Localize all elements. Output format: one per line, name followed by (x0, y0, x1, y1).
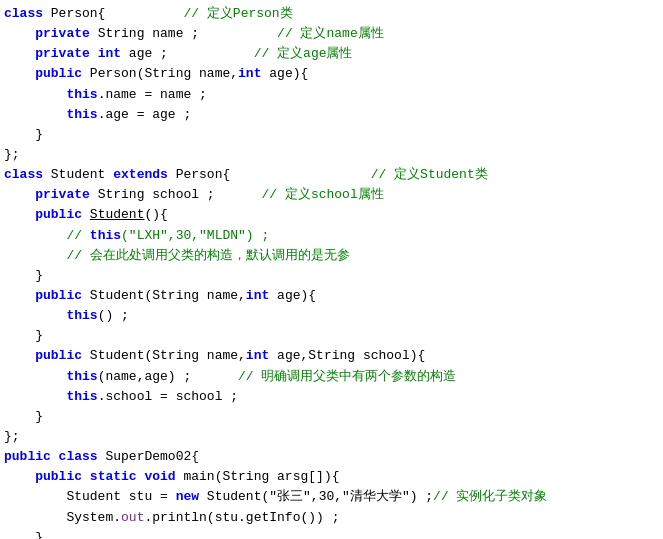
token: // 明确调用父类中有两个参数的构造 (191, 369, 456, 384)
token: private (35, 46, 97, 61)
token: static (90, 469, 145, 484)
line-content: public Person(String name,int age){ (0, 64, 308, 84)
line-content: this(name,age) ; // 明确调用父类中有两个参数的构造 (0, 367, 456, 387)
token: age ; (129, 46, 168, 61)
line-content: } (0, 125, 43, 145)
line-content: }; (0, 427, 20, 447)
token: Person{ (51, 6, 106, 21)
code-line: public Student(String name,int age,Strin… (0, 346, 663, 366)
code-line: this() ; (0, 306, 663, 326)
code-line: private String name ; // 定义name属性 (0, 24, 663, 44)
code-line: } (0, 326, 663, 346)
line-content: } (0, 326, 43, 346)
token: public (35, 207, 90, 222)
token: }; (4, 147, 20, 162)
code-line: public Student(){ (0, 205, 663, 225)
line-content: this() ; (0, 306, 129, 326)
token: this (66, 369, 97, 384)
line-content: private int age ; // 定义age属性 (0, 44, 353, 64)
token: String school ; (98, 187, 215, 202)
code-line: Student stu = new Student("张三",30,"清华大学"… (0, 487, 663, 507)
line-content: class Student extends Person{ // 定义Stude… (0, 165, 488, 185)
token: } (4, 127, 43, 142)
token: class (59, 449, 106, 464)
token: void (144, 469, 183, 484)
code-line: this(name,age) ; // 明确调用父类中有两个参数的构造 (0, 367, 663, 387)
code-line: } (0, 266, 663, 286)
token: new (176, 489, 207, 504)
token: public (35, 66, 90, 81)
line-content: class Person{ // 定义Person类 (0, 4, 293, 24)
code-editor: class Person{ // 定义Person类 private Strin… (0, 0, 663, 539)
code-line: // 会在此处调用父类的构造，默认调用的是无参 (0, 246, 663, 266)
token: private (35, 26, 97, 41)
code-line: this.name = name ; (0, 85, 663, 105)
line-content: public class SuperDemo02{ (0, 447, 199, 467)
line-content: } (0, 407, 43, 427)
token: Person{ (176, 167, 231, 182)
token: age,String school){ (277, 348, 425, 363)
token: // 定义name属性 (199, 26, 384, 41)
token: } (4, 409, 43, 424)
token: Student(String name, (90, 288, 246, 303)
token: int (98, 46, 129, 61)
token: class (4, 167, 51, 182)
line-content: }; (0, 145, 20, 165)
line-content: } (0, 528, 43, 539)
token: int (246, 348, 277, 363)
token: extends (113, 167, 175, 182)
code-line: }; (0, 145, 663, 165)
token: Person(String name, (90, 66, 238, 81)
token (4, 288, 35, 303)
code-line: public class SuperDemo02{ (0, 447, 663, 467)
token (4, 26, 35, 41)
line-content: public Student(){ (0, 205, 168, 225)
token (4, 369, 66, 384)
token: this (66, 107, 97, 122)
token: } (4, 530, 43, 539)
token: this (66, 308, 97, 323)
token: int (246, 288, 277, 303)
line-content: private String school ; // 定义school属性 (0, 185, 384, 205)
token: (){ (144, 207, 167, 222)
token: .name = name ; (98, 87, 207, 102)
token: public (35, 348, 90, 363)
code-line: public Student(String name,int age){ (0, 286, 663, 306)
token: () ; (98, 308, 129, 323)
token: int (238, 66, 269, 81)
code-line: private int age ; // 定义age属性 (0, 44, 663, 64)
token: ("LXH",30,"MLDN") ; (121, 228, 269, 243)
code-line: class Person{ // 定义Person类 (0, 4, 663, 24)
line-content: this.name = name ; (0, 85, 207, 105)
token: Student (51, 167, 113, 182)
line-content: } (0, 266, 43, 286)
token: // 定义Person类 (105, 6, 292, 21)
token: private (35, 187, 97, 202)
code-line: public Person(String name,int age){ (0, 64, 663, 84)
token (4, 207, 35, 222)
line-content: public static void main(String arsg[]){ (0, 467, 339, 487)
code-line: this.school = school ; (0, 387, 663, 407)
token (4, 348, 35, 363)
token: // 定义Student类 (230, 167, 487, 182)
line-content: // this("LXH",30,"MLDN") ; (0, 226, 269, 246)
token: SuperDemo02{ (105, 449, 199, 464)
token: Student(String name, (90, 348, 246, 363)
token: (name,age) ; (98, 369, 192, 384)
token: } (4, 328, 43, 343)
token: // 实例化子类对象 (433, 489, 547, 504)
token: out (121, 510, 144, 525)
token: age){ (269, 66, 308, 81)
token (4, 389, 66, 404)
token: // 定义school属性 (215, 187, 384, 202)
token: // (4, 228, 90, 243)
token (4, 66, 35, 81)
line-content: public Student(String name,int age,Strin… (0, 346, 425, 366)
token: .println(stu.getInfo()) ; (144, 510, 339, 525)
token (4, 308, 66, 323)
token: .school = school ; (98, 389, 238, 404)
code-line: class Student extends Person{ // 定义Stude… (0, 165, 663, 185)
token: // 定义age属性 (168, 46, 353, 61)
token (4, 87, 66, 102)
token (4, 46, 35, 61)
